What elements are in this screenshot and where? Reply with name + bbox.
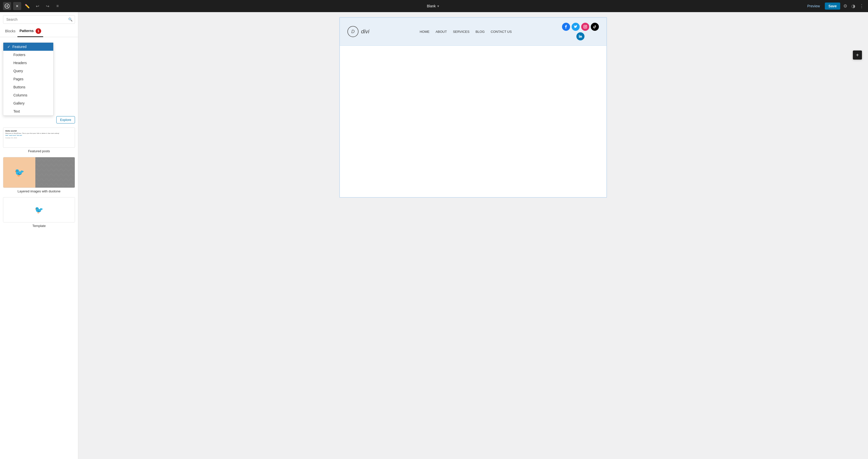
dropdown-item-text[interactable]: Text	[3, 107, 53, 115]
instagram-icon[interactable]	[581, 23, 589, 31]
search-wrapper: 🔍	[3, 15, 75, 24]
template-preview: 🐦	[3, 197, 75, 222]
social-row-2	[577, 32, 585, 40]
dropdown-item-headers[interactable]: Headers	[3, 59, 53, 67]
dropdown-item-featured[interactable]: ✓ Featured	[3, 43, 53, 51]
template-bird-icon: 🐦	[35, 206, 43, 214]
save-button[interactable]: Save	[825, 2, 840, 9]
sidebar-search-area: 🔍	[0, 12, 78, 24]
page-title-button[interactable]: Blank ▾	[424, 2, 442, 9]
pattern-label-template: Template	[3, 224, 75, 228]
plus-icon: +	[856, 52, 859, 58]
dropdown-item-pages[interactable]: Pages	[3, 75, 53, 83]
site-logo: D divi	[347, 26, 369, 37]
svg-point-4	[586, 26, 587, 26]
dropdown-item-query[interactable]: Query	[3, 67, 53, 75]
draw-icon: ✏️	[25, 4, 30, 8]
social-row-1	[562, 23, 599, 31]
fp-title: Hello world!	[5, 130, 73, 132]
fp-date: October 25, 2022	[5, 137, 73, 139]
tiktok-icon[interactable]	[591, 23, 599, 31]
page-frame: D divi HOME ABOUT SERVICES BLOG CONTACT …	[339, 17, 607, 198]
dropdown-item-gallery[interactable]: Gallery	[3, 99, 53, 107]
svg-rect-1	[35, 158, 75, 187]
pattern-label-layered-images: Layered images with duotone	[3, 189, 75, 193]
pattern-list: Hello world! Welcome to WordPress. This …	[0, 125, 78, 459]
list-icon: ≡	[56, 4, 59, 8]
layered-right-panel	[35, 157, 75, 188]
preview-button[interactable]: Preview	[804, 2, 823, 9]
page-header: D divi HOME ABOUT SERVICES BLOG CONTACT …	[340, 18, 607, 46]
patterns-badge: 1	[36, 28, 41, 34]
list-view-button[interactable]: ≡	[54, 2, 62, 10]
page-title-label: Blank	[427, 4, 436, 8]
nav-blog[interactable]: BLOG	[475, 30, 485, 34]
toolbar-center: Blank ▾	[64, 2, 802, 9]
main-nav: HOME ABOUT SERVICES BLOG CONTACT US	[420, 30, 512, 34]
undo-icon: ↩	[36, 4, 39, 8]
social-links	[562, 23, 599, 40]
chevron-down-icon: ▾	[437, 4, 439, 8]
canvas-area: D divi HOME ABOUT SERVICES BLOG CONTACT …	[78, 12, 868, 459]
dropdown-item-footers[interactable]: Footers	[3, 51, 53, 59]
draw-icon-btn[interactable]: ✏️	[23, 2, 31, 10]
redo-button[interactable]: ↪	[43, 2, 52, 10]
canvas-content	[340, 46, 607, 197]
nav-services[interactable]: SERVICES	[453, 30, 470, 34]
nav-contact[interactable]: CONTACT US	[491, 30, 512, 34]
layered-left-panel: 🐦	[3, 157, 35, 188]
search-input[interactable]	[3, 15, 75, 24]
undo-button[interactable]: ↩	[33, 2, 41, 10]
logo-letter: D	[351, 29, 355, 34]
explore-area: Explore	[0, 114, 78, 125]
settings-icon[interactable]: ⚙	[842, 2, 848, 10]
tab-blocks[interactable]: Blocks	[3, 27, 18, 36]
toolbar-right: Preview Save ⚙ ◑ ⋮	[804, 2, 865, 10]
contrast-icon[interactable]: ◑	[850, 2, 857, 10]
pattern-card-featured-posts[interactable]: Hello world! Welcome to WordPress. This …	[3, 127, 75, 153]
wp-logo[interactable]	[3, 2, 11, 10]
toolbar: ✕ ✏️ ↩ ↪ ≡ Blank ▾ Preview Save ⚙ ◑ ⋮	[0, 0, 868, 12]
facebook-icon[interactable]	[562, 23, 570, 31]
svg-point-6	[579, 35, 580, 36]
redo-icon: ↪	[46, 4, 49, 8]
sidebar-tabs: Blocks Patterns 1	[0, 26, 78, 37]
logo-name: divi	[361, 28, 369, 35]
pattern-label-featured-posts: Featured posts	[3, 149, 75, 153]
svg-rect-5	[579, 36, 580, 38]
nav-home[interactable]: HOME	[420, 30, 430, 34]
more-options-icon[interactable]: ⋮	[859, 2, 865, 10]
close-button[interactable]: ✕	[13, 2, 21, 10]
logo-circle: D	[347, 26, 359, 37]
add-block-button[interactable]: +	[853, 51, 862, 60]
close-icon: ✕	[16, 4, 19, 8]
featured-posts-preview: Hello world! Welcome to WordPress. This …	[3, 127, 75, 148]
bird-left-icon: 🐦	[14, 167, 25, 177]
svg-point-3	[585, 26, 586, 28]
fp-link: Add "read more" link text	[5, 134, 73, 136]
sidebar: 🔍 Blocks Patterns 1 ✓ Featured Footers	[0, 12, 78, 459]
explore-button[interactable]: Explore	[56, 116, 75, 123]
pattern-card-layered-images[interactable]: 🐦	[3, 157, 75, 193]
layered-images-preview: 🐦	[3, 157, 75, 188]
svg-rect-2	[584, 25, 587, 28]
main-layout: 🔍 Blocks Patterns 1 ✓ Featured Footers	[0, 12, 868, 459]
pattern-card-template[interactable]: 🐦 Template	[3, 197, 75, 228]
linkedin-icon[interactable]	[577, 32, 585, 40]
check-icon: ✓	[7, 45, 10, 49]
category-dropdown: ✓ Featured Footers Headers Query Pages	[3, 42, 54, 116]
nav-about[interactable]: ABOUT	[435, 30, 447, 34]
dropdown-item-buttons[interactable]: Buttons	[3, 83, 53, 91]
dropdown-item-columns[interactable]: Columns	[3, 91, 53, 99]
twitter-icon[interactable]	[571, 23, 580, 31]
fp-text: Welcome to WordPress. This is your first…	[5, 132, 73, 134]
tab-patterns[interactable]: Patterns 1	[18, 26, 43, 37]
